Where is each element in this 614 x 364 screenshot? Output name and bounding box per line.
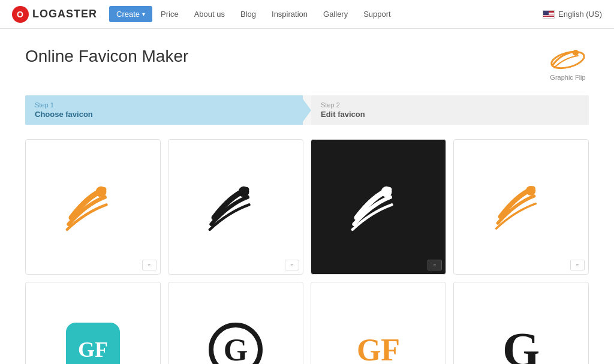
swoosh-orange2-icon xyxy=(488,180,554,234)
flag-icon xyxy=(543,10,555,19)
favicon-card-3[interactable]: ≈ xyxy=(311,139,446,275)
page-title-row: Online Favicon Maker Graphic Flip xyxy=(25,47,589,81)
nav-item-gallery[interactable]: Gallery xyxy=(316,6,355,22)
main-content: Online Favicon Maker Graphic Flip Step 1… xyxy=(13,29,601,364)
favicon-card-2-inner xyxy=(168,140,303,274)
favicon-card-3-inner xyxy=(311,140,446,274)
graphic-flip-branding: Graphic Flip xyxy=(547,47,589,81)
swoosh-black-icon xyxy=(203,180,269,234)
favicon-card-6[interactable]: G © xyxy=(168,282,303,364)
favicon-card-4-inner xyxy=(454,140,588,274)
step-1-label: Choose favicon xyxy=(35,110,293,119)
swoosh-white-icon xyxy=(345,180,411,234)
gf-orange-icon: GF xyxy=(357,332,400,365)
main-nav: Create ▾ Price About us Blog Inspiration… xyxy=(109,6,531,22)
step-1-num: Step 1 xyxy=(35,101,293,109)
logo-text: LOGASTER xyxy=(32,8,97,20)
graphic-flip-logo xyxy=(547,47,589,74)
favicon-card-5[interactable]: GF GF xyxy=(25,282,161,364)
step-2-num: Step 2 xyxy=(321,101,579,109)
nav-item-price[interactable]: Price xyxy=(154,6,186,22)
favicon-card-8[interactable]: G G xyxy=(453,282,589,364)
card-4-badge: ≈ xyxy=(570,260,585,270)
favicon-card-8-inner: G xyxy=(454,282,588,364)
header: O LOGASTER Create ▾ Price About us Blog … xyxy=(0,0,614,29)
favicon-card-6-inner: G xyxy=(168,282,303,364)
card-1-badge: ≈ xyxy=(142,260,156,270)
favicon-card-5-inner: GF xyxy=(26,282,160,364)
favicon-card-7[interactable]: GF GF xyxy=(311,282,446,364)
nav-item-about[interactable]: About us xyxy=(187,6,232,22)
nav-item-blog[interactable]: Blog xyxy=(233,6,263,22)
favicon-card-4[interactable]: ≈ xyxy=(453,139,589,275)
swoosh-orange-icon xyxy=(60,180,126,234)
language-selector[interactable]: English (US) xyxy=(543,10,602,19)
favicon-card-7-inner: GF xyxy=(311,282,446,364)
step-1: Step 1 Choose favicon xyxy=(25,95,303,125)
svg-point-0 xyxy=(550,49,586,71)
card-3-badge: ≈ xyxy=(428,260,442,270)
nav-item-support[interactable]: Support xyxy=(356,6,398,22)
gf-teal-icon: GF xyxy=(66,323,120,364)
nav-item-create[interactable]: Create ▾ xyxy=(109,6,152,22)
step-2: Step 2 Edit favicon xyxy=(311,95,589,125)
logo-icon: O xyxy=(12,6,29,23)
page-title: Online Favicon Maker xyxy=(25,47,188,66)
g-black-icon: G xyxy=(502,323,540,365)
favicon-card-1-inner xyxy=(26,140,160,274)
favicon-card-2[interactable]: ≈ xyxy=(168,139,303,275)
favicon-card-1[interactable]: ≈ xyxy=(25,139,161,275)
card-2-badge: ≈ xyxy=(285,260,299,270)
nav-item-inspiration[interactable]: Inspiration xyxy=(264,6,315,22)
logo[interactable]: O LOGASTER xyxy=(12,6,97,23)
lang-label: English (US) xyxy=(558,10,602,19)
chevron-down-icon: ▾ xyxy=(142,11,145,17)
g-circle-icon: G xyxy=(209,323,263,364)
steps-bar: Step 1 Choose favicon Step 2 Edit favico… xyxy=(25,95,589,125)
favicon-grid: ≈ ≈ xyxy=(25,139,589,364)
graphic-flip-label: Graphic Flip xyxy=(550,74,585,81)
step-2-label: Edit favicon xyxy=(321,110,579,119)
step-divider xyxy=(303,99,311,122)
